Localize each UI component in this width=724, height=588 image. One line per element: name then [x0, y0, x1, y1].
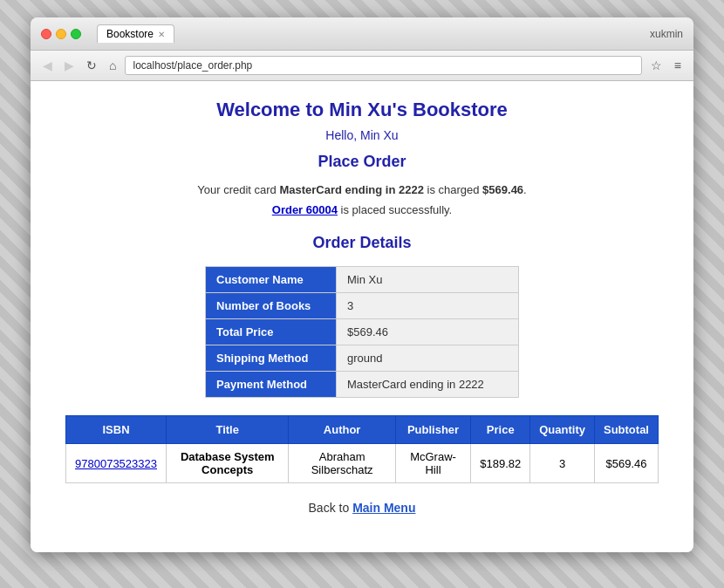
isbn-cell: 9780073523323 — [66, 444, 167, 483]
table-row: Payment Method MasterCard ending in 2222 — [206, 372, 519, 398]
table-row: Customer Name Min Xu — [206, 267, 519, 293]
browser-window: Bookstore ✕ xukmin ◀ ▶ ↻ ⌂ localhost/pla… — [31, 17, 693, 552]
minimize-button[interactable] — [56, 29, 66, 39]
back-button[interactable]: ◀ — [39, 57, 56, 74]
author-cell: Abraham Silberschatz — [289, 444, 395, 483]
order-details-title: Order Details — [65, 234, 659, 252]
payment-label: Payment Method — [206, 372, 337, 398]
col-publisher: Publisher — [395, 416, 470, 444]
shipping-value: ground — [337, 345, 519, 372]
home-button[interactable]: ⌂ — [106, 57, 120, 74]
forward-button[interactable]: ▶ — [61, 57, 78, 74]
table-row: Shipping Method ground — [206, 345, 519, 372]
col-isbn: ISBN — [66, 416, 167, 444]
order-link[interactable]: Order 60004 — [272, 203, 338, 216]
customer-name-value: Min Xu — [337, 267, 519, 293]
url-text: localhost/place_order.php — [133, 59, 252, 72]
credit-text-2: is charged — [424, 183, 482, 196]
num-books-label: Number of Books — [206, 293, 337, 319]
page-title: Welcome to Min Xu's Bookstore — [65, 99, 659, 121]
tab-title: Bookstore — [106, 28, 154, 40]
col-title: Title — [167, 416, 289, 444]
maximize-button[interactable] — [71, 29, 81, 39]
shipping-label: Shipping Method — [206, 345, 337, 372]
quantity-cell: 3 — [530, 444, 595, 483]
credit-info: Your credit card MasterCard ending in 22… — [65, 183, 659, 196]
customer-name-label: Customer Name — [206, 267, 337, 293]
greeting: Hello, Min Xu — [65, 128, 659, 142]
title-cell: Database System Concepts — [167, 444, 289, 483]
browser-tab[interactable]: Bookstore ✕ — [97, 24, 174, 43]
refresh-button[interactable]: ↻ — [83, 57, 100, 74]
order-success: Order 60004 is placed successfully. — [65, 203, 659, 216]
publisher-cell: McGraw-Hill — [395, 444, 470, 483]
col-quantity: Quantity — [530, 416, 595, 444]
subtotal-cell: $569.46 — [594, 444, 658, 483]
address-bar[interactable]: localhost/place_order.php — [125, 56, 641, 75]
col-author: Author — [289, 416, 395, 444]
close-button[interactable] — [41, 29, 51, 39]
isbn-link[interactable]: 9780073523323 — [75, 457, 157, 470]
total-price-value: $569.46 — [337, 319, 519, 345]
table-row: Number of Books 3 — [206, 293, 519, 319]
page-content: Welcome to Min Xu's Bookstore Hello, Min… — [31, 81, 693, 552]
order-success-text: is placed successfully. — [338, 203, 452, 216]
payment-value: MasterCard ending in 2222 — [337, 372, 519, 398]
price-cell: $189.82 — [471, 444, 530, 483]
details-table: Customer Name Min Xu Number of Books 3 T… — [205, 266, 519, 398]
tab-bar: Bookstore ✕ — [97, 24, 643, 43]
credit-end: . — [523, 183, 527, 196]
section-title: Place Order — [65, 153, 659, 171]
credit-amount: $569.46 — [482, 183, 523, 196]
num-books-value: 3 — [337, 293, 519, 319]
titlebar: Bookstore ✕ xukmin — [31, 17, 693, 51]
col-price: Price — [471, 416, 530, 444]
back-link: Back to Main Menu — [65, 501, 659, 515]
navbar: ◀ ▶ ↻ ⌂ localhost/place_order.php ☆ ≡ — [31, 51, 693, 81]
back-text: Back to — [309, 501, 353, 515]
table-header-row: ISBN Title Author Publisher Price Quanti… — [66, 416, 659, 444]
user-label: xukmin — [650, 28, 683, 40]
star-button[interactable]: ☆ — [647, 57, 666, 74]
col-subtotal: Subtotal — [594, 416, 658, 444]
main-menu-link[interactable]: Main Menu — [352, 501, 415, 515]
credit-card-name: MasterCard ending in 2222 — [279, 183, 423, 196]
books-table: ISBN Title Author Publisher Price Quanti… — [65, 415, 659, 483]
traffic-lights — [41, 29, 81, 39]
menu-button[interactable]: ≡ — [671, 57, 685, 74]
credit-text-1: Your credit card — [197, 183, 279, 196]
table-row: 9780073523323 Database System Concepts A… — [66, 444, 659, 483]
total-price-label: Total Price — [206, 319, 337, 345]
table-row: Total Price $569.46 — [206, 319, 519, 345]
tab-close-icon[interactable]: ✕ — [158, 30, 165, 39]
